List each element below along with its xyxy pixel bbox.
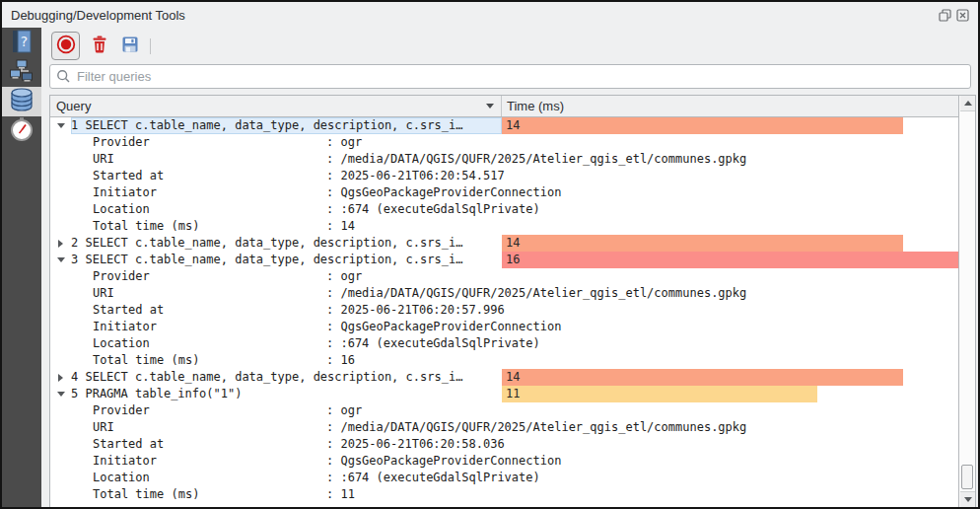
query-sql-cell[interactable]: 4 SELECT c.table_name, data_type, descri… xyxy=(71,369,502,386)
detail-row[interactable]: Total time (ms): 11 xyxy=(50,486,975,503)
detail-row[interactable]: Total time (ms): 16 xyxy=(50,352,975,369)
scroll-down-button[interactable] xyxy=(960,491,975,507)
query-time-cell: 11 xyxy=(502,386,960,402)
network-logger-icon xyxy=(9,57,35,87)
detail-label: URI xyxy=(93,285,326,302)
search-icon xyxy=(56,69,71,88)
query-sql-cell[interactable]: 1 SELECT c.table_name, data_type, descri… xyxy=(71,117,502,134)
devtools-tabbar: ? xyxy=(2,28,41,507)
svg-text:?: ? xyxy=(21,34,28,49)
detail-label: Provider xyxy=(93,402,326,419)
record-button[interactable] xyxy=(51,32,80,60)
detail-row[interactable]: Started at: 2025-06-21T06:20:54.517 xyxy=(50,168,975,184)
query-sql-cell[interactable]: 5 PRAGMA table_info("1") xyxy=(71,386,502,402)
time-bar: 16 xyxy=(502,252,960,268)
detail-value: : QgsGeoPackageProviderConnection xyxy=(326,319,561,335)
detail-row[interactable]: Total time (ms): 14 xyxy=(50,218,975,235)
detail-label: Provider xyxy=(93,268,326,285)
panel-title: Debugging/Development Tools xyxy=(11,8,185,23)
titlebar[interactable]: Debugging/Development Tools xyxy=(2,2,978,28)
detail-value: : 14 xyxy=(326,218,355,235)
tab-api-documentation[interactable]: ? xyxy=(2,30,41,57)
clear-button[interactable] xyxy=(89,36,110,57)
scroll-up-button[interactable] xyxy=(960,96,975,111)
detail-row[interactable]: Location: :674 (executeGdalSqlPrivate) xyxy=(50,201,975,218)
detail-row[interactable]: Provider: ogr xyxy=(50,268,975,285)
detail-row[interactable]: URI: /media/DATA/QGIS/QUFR/2025/Atelier_… xyxy=(50,419,975,436)
query-sql-cell[interactable]: 2 SELECT c.table_name, data_type, descri… xyxy=(71,235,502,252)
collapse-arrow-icon[interactable] xyxy=(50,257,71,262)
vertical-scrollbar[interactable] xyxy=(958,96,975,507)
detail-row[interactable]: Provider: ogr xyxy=(50,402,975,419)
panel-content: ? xyxy=(2,28,978,507)
query-table-body: 1 SELECT c.table_name, data_type, descri… xyxy=(50,117,975,503)
query-row[interactable]: 2 SELECT c.table_name, data_type, descri… xyxy=(50,235,975,252)
save-button[interactable] xyxy=(119,36,141,57)
detail-label: Location xyxy=(93,201,326,218)
arrow-glyph xyxy=(58,240,63,248)
query-row[interactable]: 1 SELECT c.table_name, data_type, descri… xyxy=(50,117,975,134)
detail-row[interactable]: Provider: ogr xyxy=(50,134,975,151)
tab-network-logger[interactable] xyxy=(2,58,41,86)
detail-value: : QgsGeoPackageProviderConnection xyxy=(326,184,561,201)
arrow-glyph xyxy=(57,392,65,397)
arrow-glyph xyxy=(57,257,65,262)
query-row[interactable]: 4 SELECT c.table_name, data_type, descri… xyxy=(50,369,975,386)
detail-row[interactable]: Location: :674 (executeGdalSqlPrivate) xyxy=(50,335,975,352)
detail-label: URI xyxy=(93,419,326,436)
detail-label: Total time (ms) xyxy=(93,218,326,235)
detail-row[interactable]: Started at: 2025-06-21T06:20:58.036 xyxy=(50,436,975,453)
profiler-icon xyxy=(9,116,35,146)
scroll-up-icon xyxy=(964,101,972,106)
detail-row[interactable]: URI: /media/DATA/QGIS/QUFR/2025/Atelier_… xyxy=(50,285,975,302)
query-row[interactable]: 5 PRAGMA table_info("1")11 xyxy=(50,386,975,402)
expand-arrow-icon[interactable] xyxy=(50,240,71,248)
query-logger-panel: Query Time (ms) 1 SELECT c.table_name, d… xyxy=(41,28,978,507)
detail-label: Started at xyxy=(93,436,326,453)
query-row[interactable]: 3 SELECT c.table_name, data_type, descri… xyxy=(50,252,975,268)
detail-value: : QgsGeoPackageProviderConnection xyxy=(326,453,561,470)
detail-value: : /media/DATA/QGIS/QUFR/2025/Atelier_qgi… xyxy=(326,151,746,168)
column-header-time[interactable]: Time (ms) xyxy=(502,96,958,116)
detail-row[interactable]: Initiator: QgsGeoPackageProviderConnecti… xyxy=(50,453,975,470)
detail-value: : /media/DATA/QGIS/QUFR/2025/Atelier_qgi… xyxy=(326,419,746,436)
table-header: Query Time (ms) xyxy=(50,96,958,117)
time-bar: 14 xyxy=(502,117,903,134)
time-bar: 14 xyxy=(502,235,903,252)
collapse-arrow-icon[interactable] xyxy=(50,123,71,128)
detail-label: Started at xyxy=(93,302,326,319)
detail-value: : :674 (executeGdalSqlPrivate) xyxy=(326,201,540,218)
arrow-glyph xyxy=(57,123,65,128)
toolbar xyxy=(51,32,151,60)
query-sql-cell[interactable]: 3 SELECT c.table_name, data_type, descri… xyxy=(71,252,502,268)
tab-query-logger[interactable] xyxy=(2,87,41,116)
tab-profiler[interactable] xyxy=(2,117,41,145)
detail-value: : 16 xyxy=(326,352,355,369)
detail-label: Started at xyxy=(93,168,326,184)
detail-label: URI xyxy=(93,151,326,168)
filter-queries-input[interactable] xyxy=(49,64,971,89)
scrollbar-thumb[interactable] xyxy=(961,465,973,489)
dock-controls xyxy=(938,8,969,22)
column-header-query[interactable]: Query xyxy=(50,96,502,116)
arrow-glyph xyxy=(58,374,63,382)
detail-row[interactable]: URI: /media/DATA/QGIS/QUFR/2025/Atelier_… xyxy=(50,151,975,168)
detail-row[interactable]: Started at: 2025-06-21T06:20:57.996 xyxy=(50,302,975,319)
close-icon[interactable] xyxy=(955,8,969,22)
collapse-arrow-icon[interactable] xyxy=(50,392,71,397)
query-column-label: Query xyxy=(56,99,91,113)
float-icon[interactable] xyxy=(938,8,951,22)
detail-value: : 2025-06-21T06:20:57.996 xyxy=(326,302,505,319)
trash-icon xyxy=(90,35,109,57)
query-time-cell: 14 xyxy=(502,117,960,134)
detail-row[interactable]: Location: :674 (executeGdalSqlPrivate) xyxy=(50,470,975,486)
detail-row[interactable]: Initiator: QgsGeoPackageProviderConnecti… xyxy=(50,184,975,201)
scroll-down-icon xyxy=(964,497,972,502)
toolbar-separator xyxy=(150,38,151,54)
sort-indicator-icon xyxy=(486,104,494,109)
detail-value: : :674 (executeGdalSqlPrivate) xyxy=(326,335,540,352)
help-book-icon: ? xyxy=(9,29,35,58)
detail-value: : 2025-06-21T06:20:58.036 xyxy=(326,436,505,453)
expand-arrow-icon[interactable] xyxy=(50,374,71,382)
detail-row[interactable]: Initiator: QgsGeoPackageProviderConnecti… xyxy=(50,319,975,335)
